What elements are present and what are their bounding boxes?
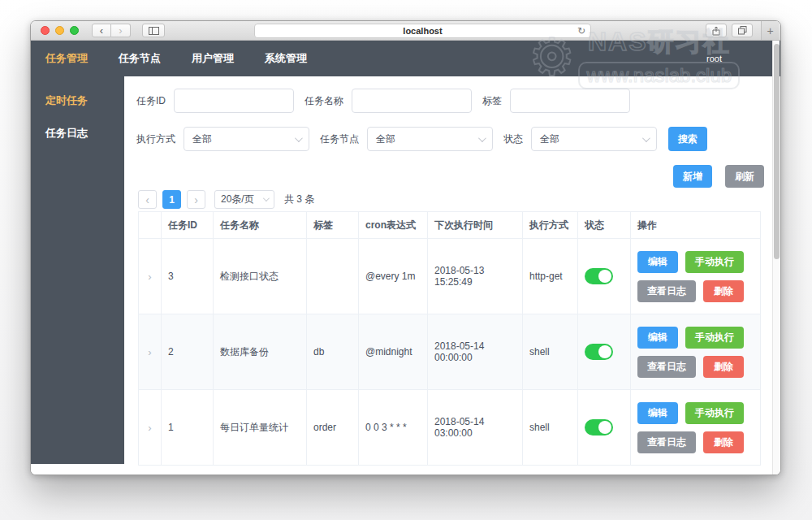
close-window-button[interactable] xyxy=(41,26,50,35)
run-manually-button[interactable]: 手动执行 xyxy=(685,327,744,349)
total-count-label: 共 3 条 xyxy=(284,193,314,206)
status-label: 状态 xyxy=(503,132,523,146)
page-size-value: 20条/页 xyxy=(221,193,254,206)
browser-back-button[interactable]: ‹ xyxy=(92,24,111,37)
status-value: 全部 xyxy=(540,132,559,146)
table-row: › 1 每日订单量统计 order 0 0 3 * * * 2018-05-14… xyxy=(139,390,761,466)
status-toggle[interactable] xyxy=(585,419,613,436)
nav-item-user-management[interactable]: 用户管理 xyxy=(192,51,234,66)
status-select[interactable]: 全部 xyxy=(531,127,657,151)
tab-overview-button[interactable] xyxy=(732,24,753,37)
col-status: 状态 xyxy=(578,212,631,239)
col-cron: cron表达式 xyxy=(359,212,428,239)
status-toggle[interactable] xyxy=(585,268,613,284)
col-task-id: 任务ID xyxy=(162,212,214,239)
task-name-label: 任务名称 xyxy=(304,94,343,108)
browser-forward-button[interactable]: › xyxy=(111,24,131,37)
page-scrollbar[interactable] xyxy=(772,41,780,475)
app-navbar: 任务管理 任务节点 用户管理 系统管理 root xyxy=(31,41,780,76)
browser-window: ‹ › localhost ↻ xyxy=(30,20,781,475)
refresh-button[interactable]: 刷新 xyxy=(725,165,764,188)
next-page-button[interactable]: › xyxy=(187,190,205,209)
new-tab-button[interactable]: + xyxy=(761,21,779,40)
cell-next-time: 2018-05-13 15:25:49 xyxy=(428,239,523,314)
task-id-input[interactable] xyxy=(174,89,294,113)
table-row: › 2 数据库备份 db @midnight 2018-05-14 00:00:… xyxy=(139,314,761,390)
browser-titlebar: ‹ › localhost ↻ xyxy=(31,21,780,41)
add-button[interactable]: 新增 xyxy=(673,165,712,188)
edit-button[interactable]: 编辑 xyxy=(637,327,678,349)
browser-sidebar-button[interactable] xyxy=(142,24,165,37)
row-expand-button[interactable]: › xyxy=(139,390,162,466)
cell-next-time: 2018-05-14 03:00:00 xyxy=(428,390,523,466)
sidebar-icon xyxy=(149,27,159,35)
cell-tag: db xyxy=(307,314,359,390)
cell-task-id: 2 xyxy=(162,314,214,390)
traffic-lights xyxy=(41,26,79,35)
page-1-button[interactable]: 1 xyxy=(162,190,181,209)
tag-label: 标签 xyxy=(482,94,502,108)
edit-button[interactable]: 编辑 xyxy=(637,402,678,424)
delete-button[interactable]: 删除 xyxy=(703,280,744,302)
minimize-window-button[interactable] xyxy=(55,26,64,35)
prev-page-button[interactable]: ‹ xyxy=(138,190,157,209)
edit-button[interactable]: 编辑 xyxy=(637,251,678,273)
view-logs-button[interactable]: 查看日志 xyxy=(637,431,696,453)
expand-column-header xyxy=(139,212,162,239)
cell-task-id: 1 xyxy=(162,390,214,466)
tasks-table: 任务ID 任务名称 标签 cron表达式 下次执行时间 执行方式 状态 操作 ›… xyxy=(138,211,761,466)
exec-type-value: 全部 xyxy=(192,132,212,146)
sidebar-item-scheduled-tasks[interactable]: 定时任务 xyxy=(31,84,124,117)
run-manually-button[interactable]: 手动执行 xyxy=(685,251,744,273)
nav-item-task-management[interactable]: 任务管理 xyxy=(45,51,88,66)
status-toggle[interactable] xyxy=(585,344,613,360)
cell-cron: 0 0 3 * * * xyxy=(359,390,428,466)
chevron-down-icon xyxy=(263,195,270,202)
url-text: localhost xyxy=(403,26,442,36)
cell-exec-type: shell xyxy=(523,390,578,466)
share-icon xyxy=(712,26,720,36)
col-exec-type: 执行方式 xyxy=(523,212,578,239)
cell-task-name: 检测接口状态 xyxy=(214,239,307,314)
view-logs-button[interactable]: 查看日志 xyxy=(637,280,696,302)
sidebar-item-task-logs[interactable]: 任务日志 xyxy=(31,117,124,150)
share-button[interactable] xyxy=(706,24,727,37)
sidebar: 定时任务 任务日志 xyxy=(31,76,124,464)
scrollbar-thumb[interactable] xyxy=(774,44,780,259)
view-logs-button[interactable]: 查看日志 xyxy=(637,356,696,378)
task-name-input[interactable] xyxy=(352,89,472,113)
toggle-knob xyxy=(598,270,611,283)
pagination: ‹ 1 › 20条/页 共 3 条 xyxy=(138,190,766,209)
nav-item-system-management[interactable]: 系统管理 xyxy=(265,51,307,66)
cell-task-id: 3 xyxy=(162,239,214,314)
task-node-select[interactable]: 全部 xyxy=(367,127,493,151)
col-task-name: 任务名称 xyxy=(214,212,307,239)
delete-button[interactable]: 删除 xyxy=(703,431,744,453)
cell-tag xyxy=(307,239,359,314)
task-id-label: 任务ID xyxy=(136,94,166,108)
run-manually-button[interactable]: 手动执行 xyxy=(685,402,744,424)
page-size-select[interactable]: 20条/页 xyxy=(214,190,274,209)
content-area: 任务ID 任务名称 标签 执行方式 全部 任务节点 全部 状态 xyxy=(124,76,780,475)
cell-tag: order xyxy=(307,390,359,466)
chevron-down-icon xyxy=(642,134,650,142)
chevron-down-icon xyxy=(295,134,303,142)
delete-button[interactable]: 删除 xyxy=(703,356,744,378)
cell-cron: @every 1m xyxy=(359,239,428,314)
table-row: › 3 检测接口状态 @every 1m 2018-05-13 15:25:49… xyxy=(139,239,761,314)
exec-type-select[interactable]: 全部 xyxy=(184,127,309,151)
search-button[interactable]: 搜索 xyxy=(668,127,707,151)
address-bar[interactable]: localhost ↻ xyxy=(254,24,591,38)
current-user-label[interactable]: root xyxy=(706,54,722,63)
cell-exec-type: http-get xyxy=(523,239,578,314)
toggle-knob xyxy=(598,421,611,434)
tag-input[interactable] xyxy=(510,89,630,113)
cell-task-name: 每日订单量统计 xyxy=(214,390,307,466)
reload-icon[interactable]: ↻ xyxy=(577,25,585,37)
row-expand-button[interactable]: › xyxy=(139,314,162,390)
row-expand-button[interactable]: › xyxy=(139,239,162,314)
table-header-row: 任务ID 任务名称 标签 cron表达式 下次执行时间 执行方式 状态 操作 xyxy=(139,212,761,239)
cell-exec-type: shell xyxy=(523,314,578,390)
nav-item-task-nodes[interactable]: 任务节点 xyxy=(119,51,161,66)
zoom-window-button[interactable] xyxy=(70,26,79,35)
